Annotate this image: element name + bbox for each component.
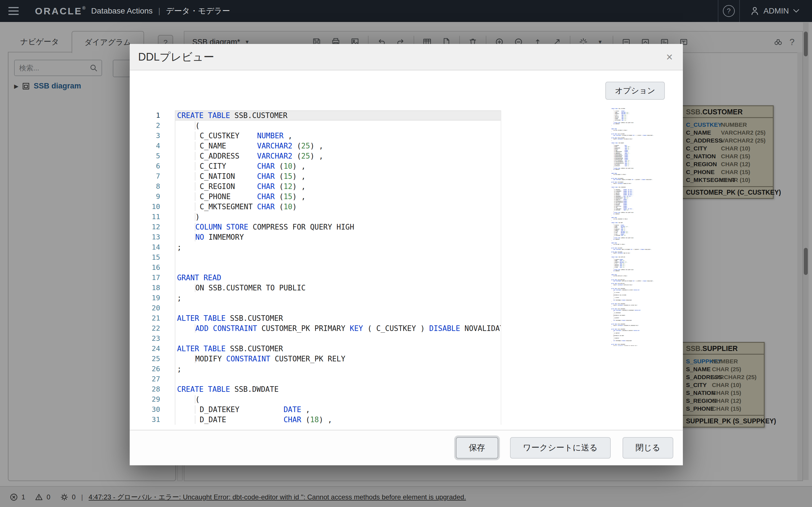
editor-line[interactable]: 17GRANT READ — [149, 273, 683, 283]
user-icon — [750, 6, 760, 16]
line-number: 10 — [149, 202, 175, 212]
line-content: ; — [175, 364, 501, 374]
line-content: C_MKTSEGMENT CHAR (10) — [175, 202, 501, 212]
send-to-worksheet-button[interactable]: ワークシートに送る — [510, 437, 611, 459]
help-icon: ? — [723, 5, 735, 17]
editor-minimap[interactable]: CREATE TABLE SSB.CUSTOMER ( C_CUSTKEY NU… — [611, 108, 682, 346]
editor-line[interactable]: 18 ON SSB.CUSTOMER TO PUBLIC — [149, 283, 683, 293]
editor-line[interactable]: 31 D_DATE CHAR (18) , — [149, 414, 683, 425]
editor-line[interactable]: 19; — [149, 293, 683, 303]
line-content: C_NAME VARCHAR2 (25) , — [175, 141, 501, 151]
line-number: 19 — [149, 293, 175, 303]
line-number: 27 — [149, 374, 175, 384]
line-content: C_CUSTKEY NUMBER , — [175, 131, 501, 141]
line-number: 29 — [149, 394, 175, 404]
line-content: ) — [175, 212, 501, 222]
line-content: MODIFY CONSTRAINT CUSTOMER_PK RELY — [175, 354, 501, 364]
editor-line[interactable]: 4 C_NAME VARCHAR2 (25) , — [149, 141, 683, 151]
line-number: 30 — [149, 404, 175, 414]
editor-line[interactable]: 11 ) — [149, 212, 683, 222]
line-content: GRANT READ — [175, 273, 501, 283]
line-number: 22 — [149, 323, 175, 334]
line-content — [175, 374, 501, 384]
registered-mark: ® — [82, 6, 87, 10]
options-button[interactable]: オプション — [605, 82, 665, 100]
editor-line[interactable]: 1CREATE TABLE SSB.CUSTOMER — [149, 110, 683, 121]
dialog-title: DDLプレビュー — [138, 50, 214, 64]
editor-line[interactable]: 3 C_CUSTKEY NUMBER , — [149, 131, 683, 141]
line-content: ( — [175, 121, 501, 131]
editor-line[interactable]: 29 ( — [149, 394, 683, 404]
editor-line[interactable]: 2 ( — [149, 121, 683, 131]
line-content: ALTER TABLE SSB.CUSTOMER — [175, 313, 501, 323]
editor-line[interactable]: 16 — [149, 263, 683, 273]
line-number: 24 — [149, 344, 175, 354]
line-number: 6 — [149, 161, 175, 171]
line-number: 31 — [149, 414, 175, 425]
editor-line[interactable]: 12 COLUMN STORE COMPRESS FOR QUERY HIGH — [149, 222, 683, 232]
line-content: ALTER TABLE SSB.CUSTOMER — [175, 344, 501, 354]
line-content — [175, 252, 501, 263]
line-number: 4 — [149, 141, 175, 151]
line-number: 23 — [149, 334, 175, 344]
line-number: 28 — [149, 384, 175, 394]
editor-line[interactable]: 23 — [149, 334, 683, 344]
editor-line[interactable]: 9 C_PHONE CHAR (15) , — [149, 191, 683, 202]
line-content: COLUMN STORE COMPRESS FOR QUERY HIGH — [175, 222, 501, 232]
line-content: D_DATEKEY DATE , — [175, 404, 501, 414]
editor-line[interactable]: 10 C_MKTSEGMENT CHAR (10) — [149, 202, 683, 212]
editor-line[interactable]: 25 MODIFY CONSTRAINT CUSTOMER_PK RELY — [149, 354, 683, 364]
line-number: 25 — [149, 354, 175, 364]
line-number: 13 — [149, 232, 175, 242]
editor-line[interactable]: 6 C_CITY CHAR (10) , — [149, 161, 683, 171]
editor-line[interactable]: 27 — [149, 374, 683, 384]
editor-line[interactable]: 13 NO INMEMORY — [149, 232, 683, 242]
editor-line[interactable]: 30 D_DATEKEY DATE , — [149, 404, 683, 414]
dialog-body: オプション 1CREATE TABLE SSB.CUSTOMER2 (3 C_C… — [130, 70, 683, 430]
product-name: Database Actions — [91, 6, 153, 15]
line-content — [175, 334, 501, 344]
line-content: ; — [175, 242, 501, 252]
line-content: ( — [175, 394, 501, 404]
editor-line[interactable]: 26; — [149, 364, 683, 374]
editor-line[interactable]: 22 ADD CONSTRAINT CUSTOMER_PK PRIMARY KE… — [149, 323, 683, 334]
line-number: 21 — [149, 313, 175, 323]
close-icon[interactable]: × — [666, 51, 673, 62]
line-content — [175, 303, 501, 313]
editor-line[interactable]: 5 C_ADDRESS VARCHAR2 (25) , — [149, 151, 683, 161]
line-number: 5 — [149, 151, 175, 161]
line-content: ON SSB.CUSTOMER TO PUBLIC — [175, 283, 501, 293]
top-header: ORACLE® Database Actions | データ・モデラー ? AD… — [0, 0, 812, 22]
editor-line[interactable]: 21ALTER TABLE SSB.CUSTOMER — [149, 313, 683, 323]
header-divider: | — [158, 6, 160, 15]
oracle-logo: ORACLE® — [35, 6, 87, 17]
editor-line[interactable]: 15 — [149, 252, 683, 263]
code-editor[interactable]: 1CREATE TABLE SSB.CUSTOMER2 (3 C_CUSTKEY… — [149, 108, 683, 427]
editor-line[interactable]: 7 C_NATION CHAR (15) , — [149, 171, 683, 181]
close-button[interactable]: 閉じる — [622, 437, 673, 459]
help-button[interactable]: ? — [718, 0, 739, 22]
user-menu[interactable]: ADMIN — [740, 6, 812, 16]
editor-line[interactable]: 8 C_REGION CHAR (12) , — [149, 181, 683, 191]
save-button[interactable]: 保存 — [456, 437, 498, 459]
line-number: 2 — [149, 121, 175, 131]
line-number: 26 — [149, 364, 175, 374]
editor-line[interactable]: 20 — [149, 303, 683, 313]
line-content: C_REGION CHAR (12) , — [175, 181, 501, 191]
line-content: C_NATION CHAR (15) , — [175, 171, 501, 181]
ddl-preview-dialog: DDLプレビュー × オプション 1CREATE TABLE SSB.CUSTO… — [130, 44, 683, 465]
line-content — [175, 263, 501, 273]
line-number: 7 — [149, 171, 175, 181]
line-number: 9 — [149, 191, 175, 202]
application-window: ORACLE® Database Actions | データ・モデラー ? AD… — [0, 0, 812, 507]
editor-line[interactable]: 14; — [149, 242, 683, 252]
editor-line[interactable]: 24ALTER TABLE SSB.CUSTOMER — [149, 344, 683, 354]
dialog-footer: 保存 ワークシートに送る 閉じる — [130, 430, 683, 465]
editor-line[interactable]: 28CREATE TABLE SSB.DWDATE — [149, 384, 683, 394]
line-content: C_ADDRESS VARCHAR2 (25) , — [175, 151, 501, 161]
line-number: 14 — [149, 242, 175, 252]
line-number: 11 — [149, 212, 175, 222]
line-content: NO INMEMORY — [175, 232, 501, 242]
hamburger-menu-icon[interactable] — [8, 7, 18, 15]
line-number: 15 — [149, 252, 175, 263]
